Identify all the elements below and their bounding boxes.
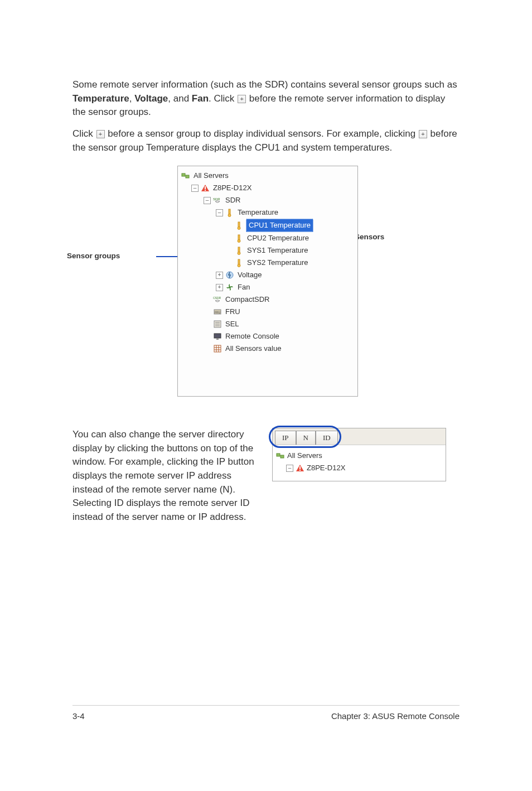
- monitor-icon: [213, 332, 222, 341]
- collapse-icon[interactable]: –: [191, 185, 199, 192]
- svg-rect-3: [205, 186, 206, 189]
- paragraph-2: Click + before a sensor group to display…: [72, 127, 460, 155]
- tree-temperature[interactable]: – Temperature: [181, 206, 354, 219]
- warning-icon: [201, 184, 210, 192]
- svg-point-11: [238, 240, 240, 243]
- svg-rect-25: [214, 334, 221, 338]
- text: . Click: [209, 93, 237, 104]
- tree-root[interactable]: All Servers: [181, 170, 354, 182]
- tree-label: Temperature: [236, 206, 279, 219]
- fan-icon: [225, 283, 234, 292]
- servers-icon: [276, 451, 285, 460]
- text-voltage: Voltage: [134, 93, 168, 104]
- svg-point-7: [228, 214, 231, 217]
- svg-point-9: [238, 227, 240, 230]
- tree-label: FRU: [224, 306, 241, 318]
- page-number: 3-4: [72, 711, 85, 721]
- svg-point-15: [238, 264, 240, 267]
- svg-rect-27: [214, 345, 221, 352]
- svg-rect-10: [238, 235, 240, 240]
- chapter-title: Chapter 3: ASUS Remote Console: [331, 711, 460, 721]
- tree-sel[interactable]: SEL: [181, 318, 354, 330]
- expand-icon[interactable]: +: [216, 284, 223, 291]
- svg-rect-36: [299, 470, 301, 471]
- tree-label: CompactSDR: [224, 293, 270, 306]
- tree-label: All Servers: [192, 170, 230, 182]
- tab-bar: IP N ID: [273, 428, 446, 445]
- tree-fan[interactable]: + Fan: [181, 281, 354, 293]
- svg-rect-35: [299, 466, 301, 469]
- sel-icon: [213, 320, 222, 329]
- svg-rect-33: [280, 455, 284, 458]
- tree-sys1-temp[interactable]: SYS1 Temperature: [181, 244, 354, 257]
- tree-all-sensors[interactable]: All Sensors value: [181, 343, 354, 355]
- tree-label: Z8PE-D12X: [307, 462, 345, 474]
- bottom-section: You can also change the server directory…: [72, 428, 460, 532]
- tree-cpu1-temp[interactable]: CPU1 Temperature: [181, 219, 354, 232]
- tree-server[interactable]: – Z8PE-D12X: [181, 182, 354, 194]
- sdr-icon: SDR: [213, 196, 222, 205]
- page-footer: 3-4 Chapter 3: ASUS Remote Console: [72, 705, 460, 749]
- thermometer-icon: [235, 234, 244, 243]
- collapse-icon[interactable]: –: [216, 209, 223, 216]
- voltage-icon: [225, 271, 234, 279]
- svg-rect-14: [238, 259, 240, 264]
- tree-remote-console[interactable]: Remote Console: [181, 330, 354, 343]
- tab-id[interactable]: ID: [316, 431, 338, 445]
- text: , and: [168, 93, 192, 104]
- paragraph-3: You can also change the server directory…: [72, 428, 257, 524]
- tree-sys2-temp[interactable]: SYS2 Temperature: [181, 257, 354, 269]
- expand-icon: +: [419, 130, 427, 138]
- text-temperature: Temperature: [72, 93, 129, 104]
- text: ,: [129, 93, 134, 104]
- warning-icon: [296, 464, 304, 472]
- tree-fru[interactable]: FRU FRU: [181, 306, 354, 318]
- tab-n[interactable]: N: [296, 431, 316, 445]
- tree-label-selected: CPU1 Temperature: [246, 219, 313, 232]
- tree-label: All Servers: [287, 450, 322, 462]
- tree-panel: All Servers – Z8PE-D12X – SDR SDR – Temp…: [177, 166, 358, 397]
- tree-label: All Sensors value: [224, 343, 282, 355]
- svg-rect-4: [205, 190, 206, 191]
- tree-label: Voltage: [236, 269, 263, 281]
- svg-rect-0: [182, 173, 185, 176]
- thermometer-icon: [235, 221, 244, 230]
- svg-text:FRU: FRU: [215, 311, 221, 314]
- tab-panel: IP N ID All Servers – Z8PE-D12X: [272, 428, 446, 481]
- tree-label: SDR: [224, 194, 241, 206]
- fru-icon: FRU: [213, 307, 222, 316]
- servers-icon: [181, 171, 190, 180]
- expand-icon: +: [96, 130, 105, 138]
- tree-server-small[interactable]: – Z8PE-D12X: [276, 462, 442, 474]
- tree-compactsdr[interactable]: CSDR CompactSDR: [181, 293, 354, 306]
- tree-sdr[interactable]: – SDR SDR: [181, 194, 354, 206]
- collapse-icon[interactable]: –: [286, 465, 293, 472]
- expand-icon: +: [238, 95, 246, 103]
- thermometer-icon: [235, 246, 244, 255]
- svg-rect-6: [229, 209, 230, 214]
- svg-rect-1: [186, 175, 189, 178]
- svg-text:CSDR: CSDR: [213, 296, 221, 300]
- tree-cpu2-temp[interactable]: CPU2 Temperature: [181, 232, 354, 244]
- tab-ip[interactable]: IP: [275, 431, 296, 445]
- svg-rect-32: [277, 454, 280, 456]
- expand-icon[interactable]: +: [216, 272, 223, 279]
- text: Click: [72, 128, 96, 139]
- tree-label: Remote Console: [224, 330, 280, 343]
- collapse-icon[interactable]: –: [204, 197, 211, 204]
- text: Some remote server information (such as …: [72, 79, 457, 90]
- paragraph-1: Some remote server information (such as …: [72, 78, 460, 119]
- thermometer-icon: [235, 258, 244, 267]
- svg-point-13: [238, 252, 240, 255]
- tab-content: All Servers – Z8PE-D12X: [273, 445, 446, 481]
- tree-label: SYS2 Temperature: [246, 257, 309, 269]
- svg-rect-26: [216, 339, 219, 340]
- tree-root-small[interactable]: All Servers: [276, 450, 442, 462]
- tree-voltage[interactable]: + Voltage: [181, 269, 354, 281]
- svg-text:SDR: SDR: [213, 197, 220, 201]
- grid-icon: [213, 344, 222, 353]
- connector-line: [156, 256, 177, 257]
- thermometer-icon: [225, 208, 234, 217]
- tree-diagram: Sensor groups Sensors All Servers – Z8PE…: [72, 166, 460, 406]
- label-sensors: Sensors: [355, 233, 384, 241]
